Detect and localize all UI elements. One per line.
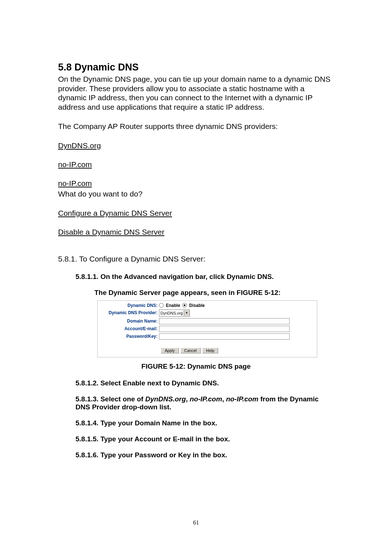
subsection-heading-581: 5.8.1. To Configure a Dynamic DNS Server…: [58, 255, 334, 263]
figure-caption: FIGURE 5-12: Dynamic DNS page: [58, 362, 334, 370]
step-5-8-1-4: 5.8.1.4. Type your Domain Name in the bo…: [58, 419, 334, 427]
label-dynamic-dns: Dynamic DNS:: [98, 303, 159, 308]
label-provider: Dynamic DNS Provider:: [98, 311, 159, 315]
cancel-button[interactable]: Cancel: [180, 348, 201, 353]
radio-enable[interactable]: [159, 303, 164, 308]
link-dyndns[interactable]: DynDNS.org: [58, 141, 101, 150]
apply-button[interactable]: Apply: [161, 348, 179, 353]
step-5-8-1-3-i1: DynDNS.org: [145, 395, 186, 403]
radio-disable[interactable]: [182, 303, 187, 308]
prompt-question: What do you want to do?: [58, 189, 334, 199]
section-heading: 5.8 Dynamic DNS: [58, 62, 334, 73]
step-5-8-1-3-pre: 5.8.1.3. Select one of: [75, 395, 145, 403]
step-5-8-1-3-i3: no-IP.com: [226, 395, 258, 403]
step-5-8-1-3-c1: ,: [186, 395, 190, 403]
select-provider[interactable]: DynDNS.org ▼: [159, 309, 190, 317]
figure-5-12: Dynamic DNS: Enable Disable Dynamic DNS …: [97, 300, 317, 357]
document-page: 5.8 Dynamic DNS On the Dynamic DNS page,…: [0, 0, 392, 555]
label-account-email: Account/E-mail:: [98, 326, 159, 331]
chevron-down-icon: ▼: [184, 310, 189, 316]
link-noip-2[interactable]: no-IP.com: [58, 179, 92, 188]
intro-paragraph-2: The Company AP Router supports three dyn…: [58, 122, 334, 131]
step-5-8-1-6: 5.8.1.6. Type your Password or Key in th…: [58, 451, 334, 459]
help-button[interactable]: Help: [202, 348, 219, 353]
step-5-8-1-3-i2: no-IP.com: [190, 395, 222, 403]
select-provider-value: DynDNS.org: [160, 311, 184, 315]
step-5-8-1-1-line1: 5.8.1.1. On the Advanced navigation bar,…: [58, 273, 334, 281]
radio-enable-label: Enable: [166, 303, 180, 308]
link-disable-ddns[interactable]: Disable a Dynamic DNS Server: [58, 228, 164, 236]
input-account-email[interactable]: [159, 326, 290, 332]
intro-paragraph-1: On the Dynamic DNS page, you can tie up …: [58, 74, 334, 112]
label-password-key: Password/Key:: [98, 334, 159, 339]
step-5-8-1-3: 5.8.1.3. Select one of DynDNS.org, no-IP…: [58, 395, 334, 411]
step-5-8-1-1-line2: The Dynamic Server page appears, seen in…: [58, 289, 334, 297]
input-domain-name[interactable]: [159, 318, 290, 324]
link-noip-1[interactable]: no-IP.com: [58, 160, 92, 169]
label-domain-name: Domain Name:: [98, 319, 159, 324]
page-number: 61: [0, 519, 392, 526]
step-5-8-1-2: 5.8.1.2. Select Enable next to Dynamic D…: [58, 379, 334, 387]
input-password-key[interactable]: [159, 333, 290, 340]
link-configure-ddns[interactable]: Configure a Dynamic DNS Server: [58, 209, 172, 218]
radio-disable-label: Disable: [189, 303, 205, 308]
step-5-8-1-3-c2: ,: [222, 395, 226, 403]
step-5-8-1-5: 5.8.1.5. Type your Account or E-mail in …: [58, 435, 334, 443]
